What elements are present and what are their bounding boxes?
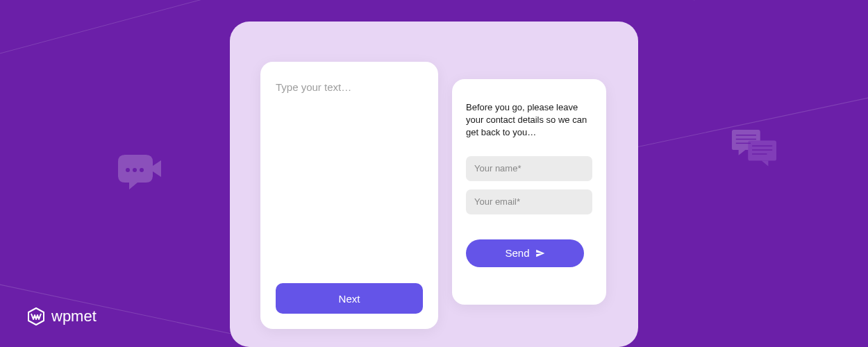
chat-bubbles-icon	[731, 128, 778, 169]
main-panel: Type your text… Next Before you go, plea…	[230, 22, 638, 347]
email-field[interactable]	[466, 189, 592, 214]
send-button[interactable]: Send	[466, 239, 584, 267]
name-field[interactable]	[466, 156, 592, 181]
svg-point-0	[126, 168, 130, 172]
next-button-label: Next	[339, 293, 360, 305]
contact-message: Before you go, please leave your contact…	[466, 101, 592, 139]
next-button[interactable]: Next	[276, 283, 423, 314]
wpmet-logo-icon	[26, 307, 46, 326]
wpmet-logo: wpmet	[26, 307, 97, 326]
send-icon	[535, 248, 545, 258]
svg-rect-4	[748, 140, 776, 160]
video-chat-icon	[111, 142, 167, 198]
text-input[interactable]: Type your text…	[276, 81, 423, 93]
contact-form-card: Before you go, please leave your contact…	[452, 79, 606, 305]
decorative-line	[576, 0, 694, 1]
svg-point-1	[133, 168, 137, 172]
wpmet-logo-text: wpmet	[51, 307, 97, 325]
send-button-label: Send	[505, 247, 529, 259]
svg-point-2	[140, 168, 144, 172]
text-input-card: Type your text… Next	[260, 62, 438, 329]
